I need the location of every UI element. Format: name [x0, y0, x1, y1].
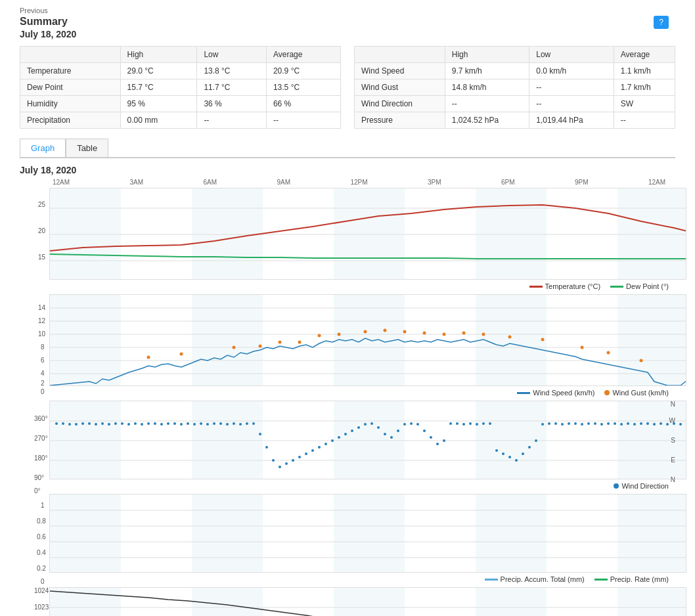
svg-point-90: [325, 443, 327, 445]
svg-point-74: [219, 422, 222, 425]
svg-point-85: [292, 459, 294, 462]
svg-point-68: [180, 423, 183, 426]
svg-point-82: [272, 459, 275, 462]
col-header-empty1: [20, 47, 121, 63]
svg-point-59: [121, 422, 123, 425]
svg-point-128: [574, 422, 577, 425]
y-label: 0.8: [37, 517, 46, 525]
svg-point-51: [68, 423, 71, 426]
svg-point-81: [265, 446, 268, 449]
wind-speed-legend: Wind Speed (km/h) Wind Gust (km/h): [20, 389, 675, 397]
svg-point-55: [95, 423, 97, 426]
svg-point-142: [666, 423, 669, 426]
tab-table[interactable]: Table: [66, 139, 108, 157]
cell-value: --: [529, 79, 614, 96]
precip-accum-legend-line: [485, 579, 498, 581]
svg-point-117: [502, 452, 504, 455]
svg-point-20: [147, 356, 150, 359]
col-header-high2: High: [445, 47, 529, 63]
page-date: July 18, 2020: [20, 29, 675, 39]
wind-dir-side-label: N: [671, 401, 675, 408]
svg-point-23: [259, 345, 262, 348]
wind-speed-chart-panel: 14 12 10 8 6 4 2 0: [20, 294, 675, 386]
y-label: 1023: [34, 604, 49, 611]
cell-value: 9.7 km/h: [445, 63, 529, 79]
row-label: Wind Direction: [355, 96, 445, 112]
col-header-low2: Low: [529, 47, 614, 63]
winddir-legend-dot: [614, 483, 619, 489]
cell-value: 66 %: [266, 96, 340, 112]
svg-point-115: [489, 422, 491, 425]
cell-value: 13.5 °C: [266, 79, 340, 96]
time-label: 3AM: [130, 179, 144, 186]
col-header-high1: High: [120, 47, 197, 63]
svg-point-70: [193, 423, 196, 426]
svg-point-27: [338, 333, 341, 336]
svg-point-99: [384, 433, 386, 435]
svg-point-58: [114, 422, 117, 425]
cell-value: --: [197, 112, 267, 129]
svg-point-140: [653, 423, 656, 426]
svg-point-120: [522, 452, 524, 455]
svg-point-137: [633, 423, 636, 426]
svg-point-112: [469, 422, 472, 425]
svg-rect-8: [50, 295, 121, 386]
tab-graph[interactable]: Graph: [20, 139, 66, 158]
svg-point-121: [528, 446, 531, 449]
dewpoint-legend-label: Dew Point (°): [626, 282, 669, 290]
svg-point-37: [581, 346, 584, 349]
col-header-low1: Low: [197, 47, 267, 63]
row-label: Dew Point: [20, 79, 121, 96]
precip-rate-legend-line: [594, 579, 608, 581]
time-label: 12AM: [53, 179, 70, 186]
y-label: 8: [41, 343, 45, 351]
cell-value: 0.0 km/h: [529, 63, 614, 79]
svg-point-139: [646, 422, 649, 425]
precipitation-chart: [49, 494, 686, 573]
y-label: 15: [38, 253, 45, 261]
precip-accum-legend-label: Precip. Accum. Total (mm): [501, 575, 585, 583]
svg-point-109: [449, 422, 452, 425]
cell-value: 14.8 km/h: [445, 79, 529, 96]
time-label: 9AM: [277, 179, 290, 186]
svg-point-75: [226, 423, 229, 426]
svg-point-21: [180, 353, 183, 356]
svg-point-134: [614, 422, 616, 425]
col-header-empty2: [355, 47, 445, 63]
svg-point-60: [127, 423, 130, 426]
svg-rect-162: [617, 588, 686, 616]
pressure-chart: [49, 587, 686, 616]
row-label: Humidity: [20, 96, 121, 112]
winddir-legend-label: Wind Direction: [621, 482, 669, 490]
svg-point-131: [594, 422, 596, 425]
svg-point-71: [200, 422, 202, 425]
precipitation-legend: Precip. Accum. Total (mm) Precip. Rate (…: [20, 575, 675, 583]
summary-table-left: High Low Average Temperature 29.0 °C 13.…: [20, 46, 341, 129]
svg-point-89: [318, 446, 321, 449]
y-label: 2: [41, 380, 45, 387]
svg-point-35: [508, 336, 512, 339]
cell-value: 0.00 mm: [120, 112, 197, 129]
svg-rect-149: [476, 495, 547, 573]
nav-prev[interactable]: Previous: [20, 7, 675, 14]
y-label: 0.2: [37, 565, 46, 572]
svg-point-72: [206, 423, 209, 426]
svg-point-28: [364, 330, 367, 334]
svg-point-65: [160, 423, 163, 426]
cell-value: 13.8 °C: [197, 63, 267, 79]
precipitation-chart-panel: 1 0.8 0.6 0.4 0.2 0: [20, 494, 675, 573]
svg-point-73: [213, 422, 215, 425]
svg-point-52: [75, 423, 78, 426]
y-label: 20: [38, 227, 45, 234]
svg-point-132: [600, 423, 603, 426]
cell-value: 29.0 °C: [120, 63, 197, 79]
time-label: 12AM: [648, 179, 665, 186]
svg-point-104: [416, 423, 419, 426]
row-label: Wind Speed: [355, 63, 445, 79]
svg-point-126: [561, 423, 564, 426]
svg-point-49: [55, 422, 58, 425]
windspeed-legend-label: Wind Speed (km/h): [533, 389, 594, 397]
windgust-legend-label: Wind Gust (km/h): [612, 389, 669, 397]
help-button[interactable]: ?: [654, 16, 669, 29]
y-label: 6: [41, 357, 45, 364]
